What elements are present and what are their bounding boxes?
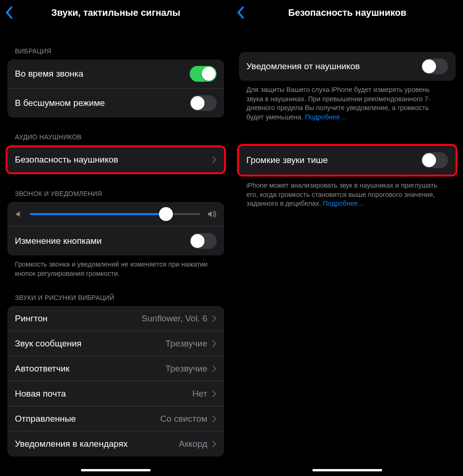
row-label: Автоответчик — [15, 364, 165, 374]
back-button[interactable] — [236, 6, 245, 19]
footer-note-reduce-loud: iPhone может анализировать звук в наушни… — [239, 176, 456, 209]
toggle-knob — [191, 234, 205, 248]
row-label: Звук сообщения — [15, 339, 165, 349]
group-reduce-loud: Громкие звуки тише — [239, 146, 456, 175]
row-change-with-buttons[interactable]: Изменение кнопками — [7, 227, 224, 255]
footer-note-notifications: Для защиты Вашего слуха iPhone будет изм… — [239, 81, 456, 122]
header: Звуки, тактильные сигналы — [0, 0, 232, 25]
page-title: Звуки, тактильные сигналы — [51, 7, 180, 18]
footer-note-ringer: Громкость звонка и уведомлений не изменя… — [7, 255, 224, 278]
row-label: В бесшумном режиме — [15, 98, 190, 108]
slider-thumb[interactable] — [159, 207, 173, 221]
row-value: Со свистом — [160, 414, 207, 424]
chevron-right-icon — [212, 365, 217, 372]
chevron-left-icon — [236, 6, 245, 19]
row-new-mail[interactable]: Новая почта Нет — [7, 381, 224, 406]
row-voicemail[interactable]: Автоответчик Трезвучие — [7, 356, 224, 381]
row-text-tone[interactable]: Звук сообщения Трезвучие — [7, 331, 224, 356]
group-vibration: Во время звонка В бесшумном режиме — [7, 59, 224, 117]
page-title: Безопасность наушников — [288, 7, 406, 18]
row-label: Во время звонка — [15, 69, 190, 79]
slider-fill — [30, 213, 166, 215]
row-reduce-loud-sounds[interactable]: Громкие звуки тише — [239, 146, 456, 175]
highlight-headphone-safety: Безопасность наушников — [6, 145, 226, 174]
group-headphone-audio: Безопасность наушников — [7, 147, 224, 172]
home-indicator[interactable] — [312, 469, 382, 471]
row-value: Аккорд — [179, 439, 207, 449]
header: Безопасность наушников — [232, 0, 463, 25]
chevron-right-icon — [212, 390, 217, 398]
group-ringer: Изменение кнопками — [7, 202, 224, 255]
row-label: Новая почта — [15, 389, 192, 399]
back-button[interactable] — [5, 6, 13, 19]
screen-sounds-haptics: Звуки, тактильные сигналы ВИБРАЦИЯ Во вр… — [0, 0, 232, 476]
home-indicator[interactable] — [81, 469, 151, 471]
chevron-left-icon — [5, 6, 13, 19]
toggle-knob — [422, 153, 436, 167]
row-value: Sunflower, Vol. 6 — [141, 313, 207, 324]
row-headphone-notifications[interactable]: Уведомления от наушников — [239, 52, 456, 81]
row-label: Отправленные — [15, 414, 160, 424]
section-header-headphone-audio: АУДИО НАУШНИКОВ — [7, 117, 224, 145]
row-vibrate-on-ring[interactable]: Во время звонка — [7, 59, 224, 89]
chevron-right-icon — [212, 156, 217, 163]
row-volume-slider[interactable] — [7, 202, 224, 227]
toggle-change-with-buttons[interactable] — [190, 233, 217, 249]
row-vibrate-on-silent[interactable]: В бесшумном режиме — [7, 89, 224, 117]
content: Уведомления от наушников Для защиты Ваше… — [232, 25, 463, 209]
toggle-vibrate-on-silent[interactable] — [190, 95, 217, 111]
toggle-headphone-notifications[interactable] — [421, 59, 448, 74]
chevron-right-icon — [212, 315, 217, 322]
row-value: Нет — [192, 389, 207, 399]
toggle-reduce-loud-sounds[interactable] — [421, 152, 448, 168]
learn-more-link[interactable]: Подробнее… — [323, 200, 365, 207]
group-sounds-patterns: Рингтон Sunflower, Vol. 6 Звук сообщения… — [7, 306, 224, 456]
row-value: Трезвучие — [165, 339, 207, 349]
toggle-knob — [191, 96, 205, 110]
row-label: Громкие звуки тише — [246, 155, 421, 165]
content: ВИБРАЦИЯ Во время звонка В бесшумном реж… — [0, 25, 232, 456]
volume-slider[interactable] — [30, 213, 200, 215]
row-label: Уведомления в календарях — [15, 439, 179, 449]
row-label: Изменение кнопками — [15, 236, 190, 246]
volume-high-icon — [206, 209, 217, 219]
chevron-right-icon — [212, 440, 217, 448]
section-header-ringer: ЗВОНОК И УВЕДОМЛЕНИЯ — [7, 174, 224, 202]
row-label: Рингтон — [15, 313, 141, 324]
row-value: Трезвучие — [165, 364, 207, 374]
row-ringtone[interactable]: Рингтон Sunflower, Vol. 6 — [7, 306, 224, 331]
learn-more-link[interactable]: Подробнее… — [305, 113, 347, 121]
section-header-vibration: ВИБРАЦИЯ — [7, 25, 224, 59]
toggle-knob — [422, 59, 436, 73]
row-headphone-safety[interactable]: Безопасность наушников — [7, 147, 224, 172]
volume-low-icon — [15, 210, 23, 218]
row-label: Безопасность наушников — [15, 155, 209, 165]
chevron-right-icon — [212, 415, 217, 423]
row-calendar-alerts[interactable]: Уведомления в календарях Аккорд — [7, 431, 224, 456]
group-headphone-notifications: Уведомления от наушников — [239, 52, 456, 81]
screen-headphone-safety: Безопасность наушников Уведомления от на… — [232, 0, 463, 476]
row-label: Уведомления от наушников — [246, 61, 421, 72]
chevron-right-icon — [212, 340, 217, 347]
highlight-reduce-loud: Громкие звуки тише — [237, 144, 457, 176]
toggle-vibrate-on-ring[interactable] — [190, 66, 217, 82]
section-header-sounds-patterns: ЗВУКИ И РИСУНКИ ВИБРАЦИЙ — [7, 278, 224, 306]
toggle-knob — [202, 67, 216, 81]
row-sent-mail[interactable]: Отправленные Со свистом — [7, 406, 224, 431]
